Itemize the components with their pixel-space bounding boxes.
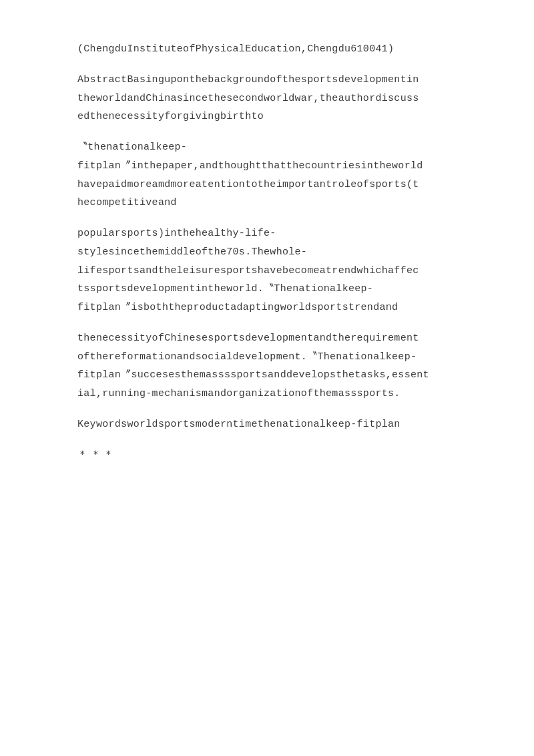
text-line: ＊＊＊ <box>77 446 457 465</box>
institution-block: (ChengduInstituteofPhysicalEducation,Che… <box>77 40 457 59</box>
abstract-para-1: AbstractBasinguponthebackgroundofthespor… <box>77 71 457 126</box>
text-line: Keywordsworldsportsmoderntimethenational… <box>77 415 457 434</box>
abstract-para-4: thenecessityofChinesesportsdevelopmentan… <box>77 329 457 403</box>
abstract-para-3: popularsports)inthehealthy-life-stylesin… <box>77 224 457 317</box>
text-line: popularsports)inthehealthy-life- <box>77 224 457 243</box>
text-line: 〝thenationalkeep- <box>77 138 457 157</box>
text-line: AbstractBasinguponthebackgroundofthespor… <box>77 71 457 89</box>
keywords-para: Keywordsworldsportsmoderntimethenational… <box>77 415 457 434</box>
text-line: stylesincethemiddleofthe70s.Thewhole- <box>77 243 457 262</box>
text-line: fitplan〞isboththeproductadaptingworldspo… <box>77 299 457 317</box>
text-line: fitplan〞succesesthemassssportsanddevelop… <box>77 366 457 385</box>
text-line: hecompetitiveand <box>77 194 457 212</box>
text-line: ial,running-mechanismandorganizationofth… <box>77 385 457 403</box>
text-line: thenecessityofChinesesportsdevelopmentan… <box>77 329 457 348</box>
abstract-para-2: 〝thenationalkeep-fitplan〞inthepaper,andt… <box>77 138 457 212</box>
text-line: ofthereformationandsocialdevelopment.〝Th… <box>77 348 457 367</box>
text-line: fitplan〞inthepaper,andthoughtthatthecoun… <box>77 157 457 176</box>
institution-line: (ChengduInstituteofPhysicalEducation,Che… <box>77 40 457 59</box>
text-line: theworldandChinasincethesecondworldwar,t… <box>77 89 457 108</box>
text-line: tssportsdevelopmentintheworld.〝Thenation… <box>77 280 457 299</box>
text-line: edthenecessityforgivingbirthto <box>77 108 457 126</box>
separator-para: ＊＊＊ <box>77 446 457 465</box>
page-content: (ChengduInstituteofPhysicalEducation,Che… <box>0 0 534 516</box>
text-line: lifesportsandtheleisuresportshavebecomea… <box>77 262 457 280</box>
text-line: havepaidmoreamdmoreatentiontotheimportan… <box>77 176 457 194</box>
